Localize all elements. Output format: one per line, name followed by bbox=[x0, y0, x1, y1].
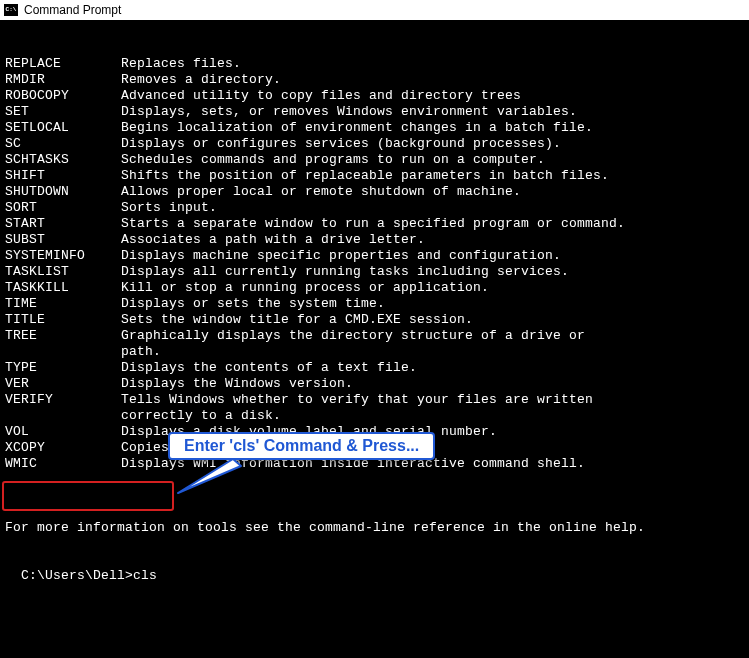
command-desc: Displays the contents of a text file. bbox=[121, 360, 417, 376]
command-name: XCOPY bbox=[5, 440, 121, 456]
cmd-icon bbox=[4, 4, 18, 16]
command-row: VERDisplays the Windows version. bbox=[5, 376, 744, 392]
command-row: TASKKILLKill or stop a running process o… bbox=[5, 280, 744, 296]
command-name: TYPE bbox=[5, 360, 121, 376]
command-row: ROBOCOPYAdvanced utility to copy files a… bbox=[5, 88, 744, 104]
command-name: TITLE bbox=[5, 312, 121, 328]
more-info-text: For more information on tools see the co… bbox=[5, 520, 744, 536]
command-name: SETLOCAL bbox=[5, 120, 121, 136]
command-desc: Copies files and directory trees. bbox=[121, 440, 385, 456]
command-name: SC bbox=[5, 136, 121, 152]
command-desc: Shifts the position of replaceable param… bbox=[121, 168, 609, 184]
command-desc: Displays machine specific properties and… bbox=[121, 248, 561, 264]
prompt-path: C:\Users\Dell> bbox=[21, 568, 133, 583]
command-name: START bbox=[5, 216, 121, 232]
prompt-line[interactable]: C:\Users\Dell>cls bbox=[21, 568, 157, 584]
command-row: VERIFYTells Windows whether to verify th… bbox=[5, 392, 744, 408]
command-name: SET bbox=[5, 104, 121, 120]
command-desc: Displays or configures services (backgro… bbox=[121, 136, 561, 152]
command-name: WMIC bbox=[5, 456, 121, 472]
command-desc: Starts a separate window to run a specif… bbox=[121, 216, 625, 232]
command-desc: Advanced utility to copy files and direc… bbox=[121, 88, 521, 104]
command-row: TREEGraphically displays the directory s… bbox=[5, 328, 744, 344]
command-name: TASKKILL bbox=[5, 280, 121, 296]
command-row: SHIFTShifts the position of replaceable … bbox=[5, 168, 744, 184]
command-name: SUBST bbox=[5, 232, 121, 248]
command-desc-cont: correctly to a disk. bbox=[5, 408, 744, 424]
command-name: ROBOCOPY bbox=[5, 88, 121, 104]
command-desc: Displays a disk volume label and serial … bbox=[121, 424, 497, 440]
command-row: XCOPYCopies files and directory trees. bbox=[5, 440, 744, 456]
command-desc: Tells Windows whether to verify that you… bbox=[121, 392, 593, 408]
command-row: SCDisplays or configures services (backg… bbox=[5, 136, 744, 152]
command-name: SHUTDOWN bbox=[5, 184, 121, 200]
title-bar[interactable]: Command Prompt bbox=[0, 0, 749, 20]
command-row: SUBSTAssociates a path with a drive lett… bbox=[5, 232, 744, 248]
command-name: TASKLIST bbox=[5, 264, 121, 280]
command-row: TIMEDisplays or sets the system time. bbox=[5, 296, 744, 312]
command-row: SETLOCALBegins localization of environme… bbox=[5, 120, 744, 136]
command-desc: Sorts input. bbox=[121, 200, 217, 216]
window-title: Command Prompt bbox=[24, 3, 121, 17]
command-row: SYSTEMINFODisplays machine specific prop… bbox=[5, 248, 744, 264]
command-row: REPLACEReplaces files. bbox=[5, 56, 744, 72]
command-name: TIME bbox=[5, 296, 121, 312]
command-desc: Associates a path with a drive letter. bbox=[121, 232, 425, 248]
command-desc: Allows proper local or remote shutdown o… bbox=[121, 184, 521, 200]
command-desc: Displays WMI information inside interact… bbox=[121, 456, 585, 472]
prompt-input: cls bbox=[133, 568, 157, 583]
command-name: TREE bbox=[5, 328, 121, 344]
command-row: SORTSorts input. bbox=[5, 200, 744, 216]
command-row: RMDIRRemoves a directory. bbox=[5, 72, 744, 88]
command-row: TITLESets the window title for a CMD.EXE… bbox=[5, 312, 744, 328]
command-name: REPLACE bbox=[5, 56, 121, 72]
command-row: STARTStarts a separate window to run a s… bbox=[5, 216, 744, 232]
command-desc: Begins localization of environment chang… bbox=[121, 120, 593, 136]
command-desc: Displays, sets, or removes Windows envir… bbox=[121, 104, 577, 120]
command-desc: Graphically displays the directory struc… bbox=[121, 328, 585, 344]
terminal-output[interactable]: REPLACEReplaces files.RMDIRRemoves a dir… bbox=[0, 20, 749, 588]
command-desc: Displays all currently running tasks inc… bbox=[121, 264, 569, 280]
command-desc: Displays or sets the system time. bbox=[121, 296, 385, 312]
command-name: SHIFT bbox=[5, 168, 121, 184]
command-row: TYPEDisplays the contents of a text file… bbox=[5, 360, 744, 376]
command-desc: Schedules commands and programs to run o… bbox=[121, 152, 545, 168]
command-row: WMICDisplays WMI information inside inte… bbox=[5, 456, 744, 472]
command-row: SETDisplays, sets, or removes Windows en… bbox=[5, 104, 744, 120]
command-name: VERIFY bbox=[5, 392, 121, 408]
command-desc: Removes a directory. bbox=[121, 72, 281, 88]
command-desc: Replaces files. bbox=[121, 56, 241, 72]
command-desc: Sets the window title for a CMD.EXE sess… bbox=[121, 312, 473, 328]
command-row: SHUTDOWNAllows proper local or remote sh… bbox=[5, 184, 744, 200]
command-name: RMDIR bbox=[5, 72, 121, 88]
command-desc: Kill or stop a running process or applic… bbox=[121, 280, 489, 296]
command-name: SORT bbox=[5, 200, 121, 216]
command-name: SYSTEMINFO bbox=[5, 248, 121, 264]
command-desc-cont: path. bbox=[5, 344, 744, 360]
command-row: SCHTASKSSchedules commands and programs … bbox=[5, 152, 744, 168]
command-row: VOLDisplays a disk volume label and seri… bbox=[5, 424, 744, 440]
command-name: VER bbox=[5, 376, 121, 392]
command-name: VOL bbox=[5, 424, 121, 440]
command-name: SCHTASKS bbox=[5, 152, 121, 168]
command-desc: Displays the Windows version. bbox=[121, 376, 353, 392]
command-row: TASKLISTDisplays all currently running t… bbox=[5, 264, 744, 280]
